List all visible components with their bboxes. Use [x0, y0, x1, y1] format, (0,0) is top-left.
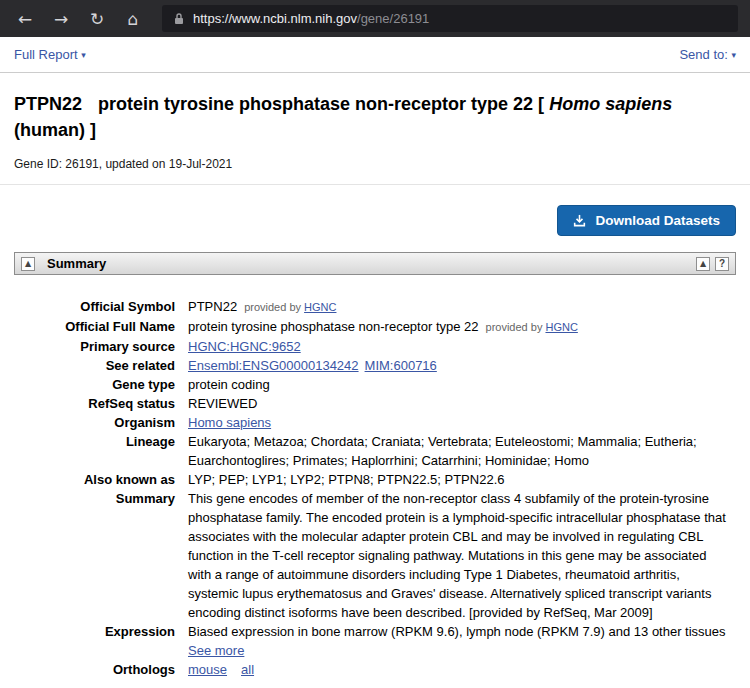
url-host: https://www.ncbi.nlm.nih.gov: [193, 11, 357, 26]
hgnc-link[interactable]: HGNC: [545, 321, 577, 333]
lock-icon: [173, 12, 185, 25]
field-orthologs: Orthologs mouseall: [14, 660, 736, 679]
forward-icon[interactable]: →: [44, 5, 78, 33]
summary-section: ▲ Summary ▲ ? Official Symbol PTPN22prov…: [14, 252, 736, 679]
mim-link[interactable]: MIM:600716: [365, 358, 437, 373]
lineage-value: Eukaryota; Metazoa; Chordata; Craniata; …: [188, 432, 736, 470]
field-value: PTPN22provided by HGNC: [188, 297, 736, 317]
gene-type-value: protein coding: [188, 375, 736, 394]
download-label: Download Datasets: [595, 213, 720, 228]
field-see-related: See related Ensembl:ENSG00000134242MIM:6…: [14, 356, 736, 375]
orthologs-all-link[interactable]: all: [241, 662, 254, 677]
download-icon: [573, 214, 586, 227]
field-label: Official Symbol: [14, 297, 188, 317]
field-value: protein tyrosine phosphatase non-recepto…: [188, 317, 736, 337]
summary-header-bar: ▲ Summary ▲ ?: [14, 252, 736, 275]
collapse-toggle-icon[interactable]: ▲: [21, 257, 35, 271]
chevron-down-icon: ▾: [81, 50, 86, 60]
field-official-full-name: Official Full Name protein tyrosine phos…: [14, 317, 736, 337]
back-icon[interactable]: ←: [8, 5, 42, 33]
official-full-name-value: protein tyrosine phosphatase non-recepto…: [188, 319, 479, 334]
refseq-status-value: REVIEWED: [188, 394, 736, 413]
gene-symbol: PTPN22: [14, 94, 82, 114]
help-icon[interactable]: ?: [715, 257, 729, 271]
browser-chrome: ← → ↻ ⌂ https://www.ncbi.nlm.nih.gov/gen…: [0, 0, 750, 37]
primary-source-link[interactable]: HGNC:HGNC:9652: [188, 339, 301, 354]
official-symbol-value: PTPN22: [188, 299, 237, 314]
field-label: Gene type: [14, 375, 188, 394]
field-label: Lineage: [14, 432, 188, 470]
field-value: mouseall: [188, 660, 736, 679]
expression-value: Biased expression in bone marrow (RPKM 9…: [188, 624, 726, 639]
field-gene-type: Gene type protein coding: [14, 375, 736, 394]
field-label: Primary source: [14, 337, 188, 356]
field-expression: Expression Biased expression in bone mar…: [14, 622, 736, 660]
field-label: Expression: [14, 622, 188, 660]
url-text: https://www.ncbi.nlm.nih.gov/gene/26191: [193, 11, 429, 26]
field-value: Biased expression in bone marrow (RPKM 9…: [188, 622, 736, 660]
provided-by: provided by HGNC: [244, 301, 336, 313]
summary-text-value: This gene encodes of member of the non-r…: [188, 489, 736, 622]
also-known-as-value: LYP; PEP; LYP1; LYP2; PTPN8; PTPN22.5; P…: [188, 470, 736, 489]
see-more-link[interactable]: See more: [188, 641, 244, 660]
field-lineage: Lineage Eukaryota; Metazoa; Chordata; Cr…: [14, 432, 736, 470]
full-report-label: Full Report: [14, 47, 78, 62]
url-path: /gene/26191: [357, 11, 429, 26]
field-also-known-as: Also known as LYP; PEP; LYP1; LYP2; PTPN…: [14, 470, 736, 489]
field-label: See related: [14, 356, 188, 375]
field-label: Orthologs: [14, 660, 188, 679]
refresh-icon[interactable]: ↻: [80, 5, 114, 33]
field-organism: Organism Homo sapiens: [14, 413, 736, 432]
field-value: HGNC:HGNC:9652: [188, 337, 736, 356]
field-label: RefSeq status: [14, 394, 188, 413]
section-title: Summary: [47, 256, 106, 271]
address-bar[interactable]: https://www.ncbi.nlm.nih.gov/gene/26191: [162, 5, 738, 32]
provided-by-text: provided by: [244, 301, 301, 313]
field-label: Official Full Name: [14, 317, 188, 337]
gene-id-updated: Gene ID: 26191, updated on 19-Jul-2021: [0, 143, 750, 171]
send-to-menu[interactable]: Send to: ▾: [679, 47, 736, 62]
scroll-top-icon[interactable]: ▲: [696, 257, 710, 271]
organism-name: Homo sapiens: [549, 94, 672, 114]
provided-by: provided by HGNC: [486, 321, 578, 333]
gene-full-name: protein tyrosine phosphatase non-recepto…: [98, 94, 544, 114]
gene-title-tail: (human) ]: [14, 117, 736, 143]
provided-by-text: provided by: [486, 321, 543, 333]
field-official-symbol: Official Symbol PTPN22provided by HGNC: [14, 297, 736, 317]
full-report-menu[interactable]: Full Report ▾: [14, 47, 86, 62]
field-label: Organism: [14, 413, 188, 432]
ensembl-link[interactable]: Ensembl:ENSG00000134242: [188, 358, 359, 373]
orthologs-mouse-link[interactable]: mouse: [188, 662, 227, 677]
organism-link[interactable]: Homo sapiens: [188, 415, 271, 430]
home-icon[interactable]: ⌂: [116, 5, 150, 33]
field-value: Homo sapiens: [188, 413, 736, 432]
field-summary-text: Summary This gene encodes of member of t…: [14, 489, 736, 622]
report-toolbar: Full Report ▾ Send to: ▾: [0, 37, 750, 73]
gene-title: PTPN22protein tyrosine phosphatase non-r…: [0, 73, 750, 143]
hgnc-link[interactable]: HGNC: [304, 301, 336, 313]
send-to-label: Send to:: [679, 47, 727, 62]
download-datasets-button[interactable]: Download Datasets: [557, 205, 736, 236]
field-label: Also known as: [14, 470, 188, 489]
field-primary-source: Primary source HGNC:HGNC:9652: [14, 337, 736, 356]
summary-fields: Official Symbol PTPN22provided by HGNC O…: [14, 275, 736, 679]
chevron-down-icon: ▾: [731, 50, 736, 60]
field-label: Summary: [14, 489, 188, 622]
field-value: Ensembl:ENSG00000134242MIM:600716: [188, 356, 736, 375]
field-refseq-status: RefSeq status REVIEWED: [14, 394, 736, 413]
